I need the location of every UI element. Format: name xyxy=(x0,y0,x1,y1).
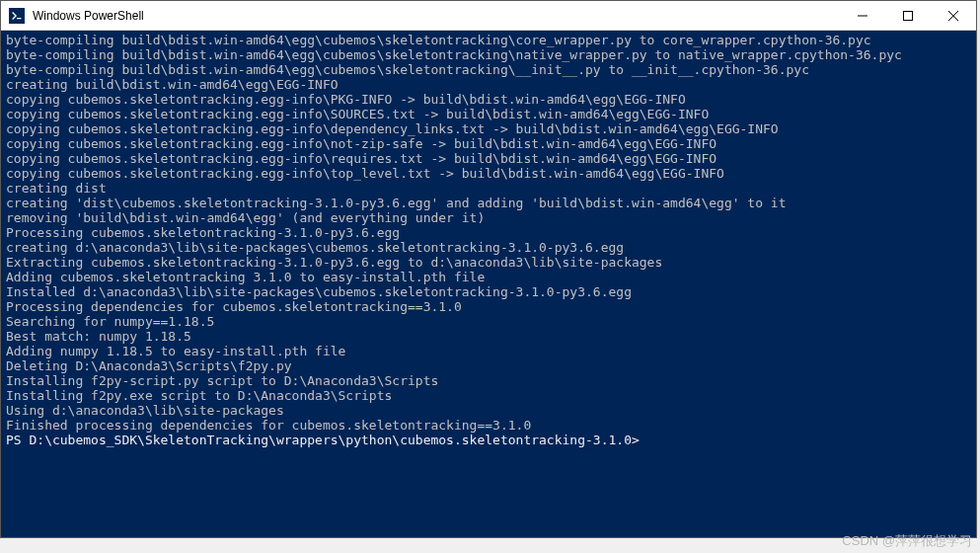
terminal-line: removing 'build\bdist.win-amd64\egg' (an… xyxy=(6,210,971,225)
terminal-line: Using d:\anaconda3\lib\site-packages xyxy=(6,403,971,418)
terminal-line: Installing f2py-script.py script to D:\A… xyxy=(6,373,971,388)
powershell-icon xyxy=(9,8,25,24)
terminal-line: creating build\bdist.win-amd64\egg\EGG-I… xyxy=(6,77,971,92)
terminal-line: Searching for numpy==1.18.5 xyxy=(6,314,971,329)
terminal-line: copying cubemos.skeletontracking.egg-inf… xyxy=(6,136,971,151)
terminal-line: copying cubemos.skeletontracking.egg-inf… xyxy=(6,151,971,166)
window-title: Windows PowerShell xyxy=(33,9,840,23)
window-controls xyxy=(840,1,976,30)
terminal-line: copying cubemos.skeletontracking.egg-inf… xyxy=(6,166,971,181)
terminal-line: byte-compiling build\bdist.win-amd64\egg… xyxy=(6,33,971,47)
terminal-line: Extracting cubemos.skeletontracking-3.1.… xyxy=(6,255,971,270)
minimize-button[interactable] xyxy=(840,1,885,30)
close-button[interactable] xyxy=(931,1,976,30)
terminal-line: Installed d:\anaconda3\lib\site-packages… xyxy=(6,284,971,299)
terminal-line: creating dist xyxy=(6,181,971,196)
powershell-window: Windows PowerShell byte-compiling build\… xyxy=(0,0,977,538)
terminal-line: byte-compiling build\bdist.win-amd64\egg… xyxy=(6,47,971,62)
terminal-area[interactable]: byte-compiling build\bdist.win-amd64\egg… xyxy=(1,31,976,537)
terminal-line: Processing cubemos.skeletontracking-3.1.… xyxy=(6,225,971,240)
terminal-output: byte-compiling build\bdist.win-amd64\egg… xyxy=(1,31,976,449)
titlebar[interactable]: Windows PowerShell xyxy=(1,1,976,31)
terminal-line: Deleting D:\Anaconda3\Scripts\f2py.py xyxy=(6,358,971,373)
terminal-prompt[interactable]: PS D:\cubemos_SDK\SkeletonTracking\wrapp… xyxy=(6,433,971,447)
terminal-line: Installing f2py.exe script to D:\Anacond… xyxy=(6,388,971,403)
terminal-line: creating 'dist\cubemos.skeletontracking-… xyxy=(6,196,971,210)
terminal-line: copying cubemos.skeletontracking.egg-inf… xyxy=(6,121,971,136)
terminal-line: Best match: numpy 1.18.5 xyxy=(6,329,971,344)
svg-rect-2 xyxy=(904,11,913,20)
terminal-line: Processing dependencies for cubemos.skel… xyxy=(6,299,971,314)
terminal-line: copying cubemos.skeletontracking.egg-inf… xyxy=(6,92,971,107)
terminal-line: Adding cubemos.skeletontracking 3.1.0 to… xyxy=(6,270,971,284)
maximize-button[interactable] xyxy=(885,1,931,30)
terminal-line: creating d:\anaconda3\lib\site-packages\… xyxy=(6,240,971,255)
terminal-line: byte-compiling build\bdist.win-amd64\egg… xyxy=(6,62,971,77)
terminal-line: Finished processing dependencies for cub… xyxy=(6,418,971,433)
terminal-line: copying cubemos.skeletontracking.egg-inf… xyxy=(6,107,971,121)
terminal-line: Adding numpy 1.18.5 to easy-install.pth … xyxy=(6,344,971,358)
watermark-text: CSDN @萍萍很想学习 xyxy=(842,532,972,550)
